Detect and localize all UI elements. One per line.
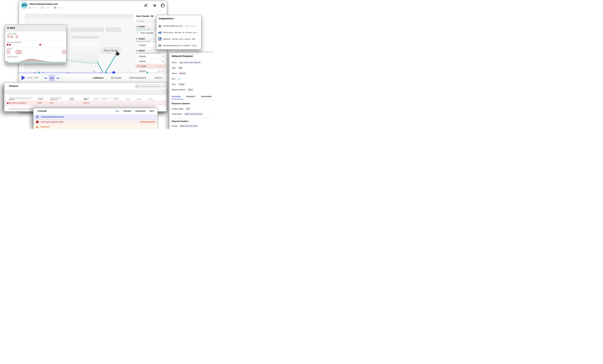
tab-network[interactable]: NETWORK xyxy=(111,77,122,79)
network-row-skeleton[interactable] xyxy=(4,96,167,100)
console-tab-info[interactable]: INFO xyxy=(150,110,154,112)
field-status: Status 422 xyxy=(172,72,187,75)
skip-forward-button[interactable] xyxy=(55,75,61,81)
header-content-length: content-length 642 xyxy=(172,107,191,110)
stackdriver-icon xyxy=(158,31,162,34)
click-hand-icon: ☝ xyxy=(137,55,138,57)
network-request-panel: Network Request Name api.ecom.xyz/search… xyxy=(169,52,214,129)
search-icon xyxy=(136,85,138,87)
field-label: Name xyxy=(172,61,177,64)
error-marker-icon[interactable]: ! xyxy=(62,50,66,54)
elastic-icon xyxy=(158,44,162,47)
event-visited: Visited xyxy=(136,25,145,28)
event-type: Visited xyxy=(139,25,145,28)
header-accept: accept application/json xyxy=(172,124,198,128)
event-card-label: Clicked xyxy=(139,60,146,62)
pointer-cursor-icon xyxy=(116,51,119,55)
integrations-panel: Integrations UnhandledRejection: Non-Err… xyxy=(156,15,201,50)
network-search-input[interactable] xyxy=(134,84,166,88)
tab-headers[interactable]: HEADERS xyxy=(172,96,181,98)
rage-clicks-card[interactable]: ☹ 3 Clicks Quantity + xyxy=(135,64,166,68)
clicked-card[interactable]: ☝ Clicked Color xyxy=(135,59,166,64)
search-icon xyxy=(137,21,139,22)
network-title: Network xyxy=(9,85,18,88)
skip-back-icon xyxy=(44,77,47,79)
click-hand-icon: ☝ xyxy=(137,60,138,62)
tab-redux[interactable]: REDUX xyxy=(155,77,162,79)
click-rage-label: Click Rage xyxy=(7,33,16,35)
header-value-chip: application/json xyxy=(179,124,198,128)
console-tab-warnings[interactable]: WARNINGS xyxy=(135,110,146,112)
field-label: Status xyxy=(172,72,177,74)
console-row-warning[interactable]: ! xyxy=(33,124,158,129)
events-filter-placeholder: Filter xyxy=(140,20,144,22)
navigate-icon xyxy=(136,26,138,28)
header-label: content-length xyxy=(172,108,184,110)
field-label: Time xyxy=(172,83,176,85)
integration-message: Request failed with status 500 xyxy=(163,38,195,40)
field-name: Name api.ecom.xyz/search xyxy=(172,61,201,64)
event-path: /category/wearable xyxy=(136,28,150,30)
field-size: Size -- xyxy=(172,77,182,80)
console-tab-errors[interactable]: ERRORS xyxy=(123,110,131,112)
rage-face-icon[interactable]: ☹ xyxy=(15,35,19,39)
skip-control: 10s xyxy=(42,75,61,81)
user-events-title-text: User Events xyxy=(136,15,150,17)
active-tab-underline xyxy=(172,99,184,99)
error-message-skeleton xyxy=(139,121,155,122)
field-value-chip: XHR xyxy=(178,66,183,69)
tab-console[interactable]: CONSOLE xyxy=(93,77,104,79)
net-type: XHR xyxy=(38,102,42,104)
integration-row-elastic[interactable]: Unhandledrejection handler rece.. xyxy=(156,42,201,49)
network-table-header: NAME TYPE STATUS SIZE TIME 0ms 10ms 20ms… xyxy=(4,90,167,95)
integration-row-datadog[interactable]: Request failed with status 500 xyxy=(156,35,201,42)
console-tabs: ALL ERRORS WARNINGS INFO xyxy=(116,110,154,112)
info-message-skeleton xyxy=(41,116,64,118)
integration-row-stackdriver[interactable]: Permission denied to access pro... xyxy=(156,29,201,36)
info-icon: i xyxy=(36,116,39,118)
rage-face-icon[interactable]: ☹ xyxy=(10,35,14,39)
datadog-icon xyxy=(158,37,162,41)
error-marker-icon[interactable]: ! xyxy=(18,50,22,54)
console-tab-all[interactable]: ALL xyxy=(116,110,119,112)
console-panel: Console ALL ERRORS WARNINGS INFO i ! eco… xyxy=(33,108,158,129)
console-row-error[interactable]: ! ecom.xyz/a213qh.js:123987 xyxy=(33,120,158,124)
timeline-progress[interactable] xyxy=(19,72,114,73)
buy-now-label: Buy Now xyxy=(104,49,117,52)
error-marker-icon[interactable]: ! xyxy=(7,50,10,54)
network-error-dot[interactable] xyxy=(7,44,9,46)
integration-row-sentry[interactable]: UnhandledRejection: Non-Error... xyxy=(156,22,201,29)
xray-header: X-RAY xyxy=(5,25,66,32)
tab-request[interactable]: REQUEST xyxy=(186,96,196,98)
field-value-chip: POST xyxy=(187,88,194,91)
xray-panel: X-RAY Click Rage ☹ ☹ ☹ 4xx-5xx Network E… xyxy=(5,25,66,64)
net-status: 422 xyxy=(50,102,53,104)
timeline-track[interactable] xyxy=(114,72,167,73)
navigate-icon xyxy=(136,38,138,40)
header-label: content-type xyxy=(172,113,182,115)
skip-back-button[interactable] xyxy=(43,75,49,81)
tab-performance[interactable]: PERFORMANCE xyxy=(129,77,146,79)
warning-message-skeleton xyxy=(41,126,50,127)
field-request-method: Request Method POST xyxy=(172,88,194,91)
integration-message: Unhandledrejection handler rece.. xyxy=(163,44,198,47)
sentry-icon xyxy=(158,24,162,27)
errors-label: Errors xyxy=(7,48,12,50)
skip-forward-icon xyxy=(57,77,59,79)
network-error-dot[interactable] xyxy=(9,44,11,46)
network-error-dot[interactable] xyxy=(39,44,41,46)
event-visited: Visited xyxy=(136,50,145,52)
skip-interval-value[interactable]: 10s xyxy=(49,75,55,81)
console-row-info[interactable]: i xyxy=(33,114,158,120)
render-timeline-dot xyxy=(137,32,138,34)
tab-response[interactable]: RESPONSE xyxy=(201,96,211,98)
clicked-card[interactable]: ☝ Clicked Size xyxy=(135,54,166,59)
network-row-error[interactable]: api.ecom.xyz/search XHR 422 -- 119 ms xyxy=(4,100,167,106)
play-button[interactable] xyxy=(22,76,25,80)
warning-icon: ! xyxy=(36,125,39,128)
event-card-label: 3 Clicks xyxy=(140,65,146,67)
event-card-detail: Color xyxy=(161,60,165,62)
rage-face-icon[interactable]: ☹ xyxy=(7,35,10,39)
error-icon: ! xyxy=(36,121,39,123)
event-card-detail: Size xyxy=(162,55,165,57)
